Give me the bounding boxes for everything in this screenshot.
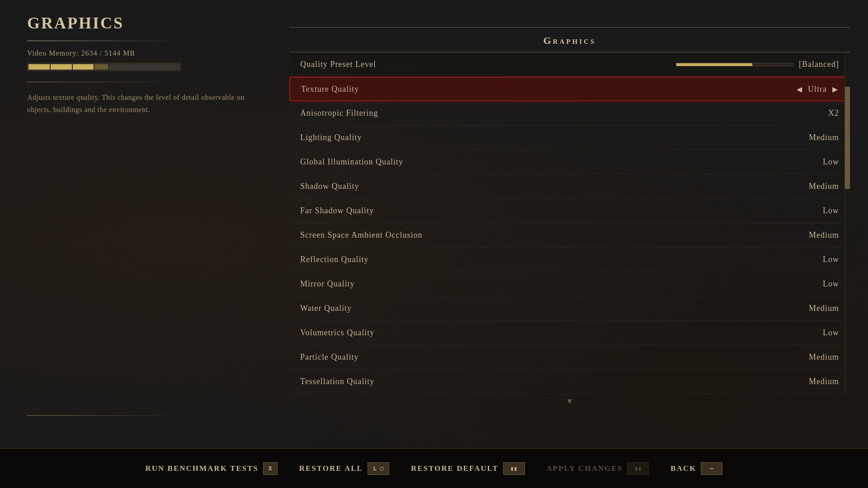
nav-apply-changes: Apply Changes ▮▮ bbox=[547, 462, 649, 475]
setting-value-reflection: Low bbox=[823, 255, 839, 264]
setting-name-particle: Particle Quality bbox=[300, 352, 359, 362]
setting-value-anisotropic: X2 bbox=[828, 108, 839, 118]
title-divider bbox=[27, 41, 181, 41]
setting-row-texture[interactable]: Texture Quality ◀ Ultra ▶ bbox=[289, 77, 850, 101]
setting-name-volumetrics: Volumetrics Quality bbox=[300, 328, 374, 338]
setting-row-reflection[interactable]: Reflection Quality Low bbox=[289, 248, 850, 272]
setting-name-water: Water Quality bbox=[300, 304, 352, 313]
setting-row-anisotropic[interactable]: Anisotropic Filtering X2 bbox=[289, 101, 850, 126]
restore-all-label: Restore All bbox=[299, 464, 363, 473]
setting-name-texture: Texture Quality bbox=[301, 84, 359, 94]
setting-value-water: Medium bbox=[809, 304, 839, 313]
left-panel: Graphics Video Memory: 2634 / 5144 MB Ad… bbox=[27, 14, 262, 116]
setting-row-far-shadow[interactable]: Far Shadow Quality Low bbox=[289, 199, 850, 223]
setting-row-global-illumination[interactable]: Global Illumination Quality Low bbox=[289, 150, 850, 174]
video-memory-label: Video Memory: 2634 / 5144 MB bbox=[27, 49, 262, 57]
setting-value-preset: [Balanced] bbox=[676, 60, 839, 69]
memory-bar-empty bbox=[109, 64, 179, 70]
setting-row-tessellation[interactable]: Tessellation Quality Medium bbox=[289, 370, 850, 394]
setting-value-volumetrics: Low bbox=[823, 328, 839, 338]
restore-default-label: Restore Default bbox=[411, 464, 499, 473]
setting-value-ssao: Medium bbox=[809, 230, 839, 240]
setting-row-ssao[interactable]: Screen Space Ambient Occlusion Medium bbox=[289, 223, 850, 248]
memory-bar-segment-1 bbox=[28, 64, 50, 70]
memory-bar-segment-4 bbox=[94, 64, 108, 70]
memory-bar-segment-3 bbox=[73, 64, 94, 70]
setting-name-lighting: Lighting Quality bbox=[300, 133, 362, 142]
texture-value-text: Ultra bbox=[808, 84, 827, 94]
setting-value-far-shadow: Low bbox=[823, 206, 839, 216]
nav-benchmark[interactable]: Run Benchmark Tests X bbox=[146, 462, 278, 475]
scrollbar-thumb[interactable] bbox=[845, 87, 850, 189]
preset-value-text: [Balanced] bbox=[799, 60, 839, 69]
setting-row-mirror[interactable]: Mirror Quality Low bbox=[289, 272, 850, 296]
panel-title: Graphics bbox=[289, 28, 850, 52]
bottom-left-divider bbox=[27, 415, 181, 416]
setting-row-lighting[interactable]: Lighting Quality Medium bbox=[289, 126, 850, 150]
setting-name-anisotropic: Anisotropic Filtering bbox=[300, 108, 378, 118]
left-section-divider bbox=[27, 82, 181, 82]
setting-row-preset[interactable]: Quality Preset Level [Balanced] bbox=[289, 52, 850, 77]
setting-name-reflection: Reflection Quality bbox=[300, 255, 368, 264]
preset-bar-filled bbox=[676, 63, 752, 66]
setting-name-shadow: Shadow Quality bbox=[300, 182, 359, 191]
scrollbar-track[interactable] bbox=[844, 52, 850, 394]
setting-value-shadow: Medium bbox=[809, 182, 839, 191]
setting-name-global-illumination: Global Illumination Quality bbox=[300, 157, 403, 167]
setting-row-particle[interactable]: Particle Quality Medium bbox=[289, 345, 850, 370]
restore-default-key: ▮▮ bbox=[503, 462, 525, 475]
benchmark-label: Run Benchmark Tests bbox=[146, 464, 259, 473]
setting-value-mirror: Low bbox=[823, 279, 839, 289]
back-label: Back bbox=[670, 464, 696, 473]
apply-changes-key: ▮▮ bbox=[627, 462, 649, 475]
nav-back[interactable]: Back — bbox=[670, 462, 722, 475]
benchmark-key: X bbox=[263, 462, 278, 475]
setting-name-mirror: Mirror Quality bbox=[300, 279, 354, 289]
nav-restore-default[interactable]: Restore Default ▮▮ bbox=[411, 462, 525, 475]
setting-value-global-illumination: Low bbox=[823, 157, 839, 167]
setting-row-water[interactable]: Water Quality Medium bbox=[289, 296, 850, 321]
memory-bar-segment-2 bbox=[51, 64, 72, 70]
preset-bar bbox=[676, 63, 793, 66]
apply-changes-label: Apply Changes bbox=[547, 464, 623, 473]
bottom-nav: Run Benchmark Tests X Restore All L ◯ Re… bbox=[0, 448, 868, 488]
nav-restore-all[interactable]: Restore All L ◯ bbox=[299, 462, 389, 475]
setting-value-particle: Medium bbox=[809, 352, 839, 362]
restore-all-key: L ◯ bbox=[368, 462, 389, 475]
settings-list: Quality Preset Level [Balanced] Texture … bbox=[289, 52, 850, 394]
setting-name-ssao: Screen Space Ambient Occlusion bbox=[300, 230, 422, 240]
setting-value-tessellation: Medium bbox=[809, 377, 839, 386]
setting-row-shadow[interactable]: Shadow Quality Medium bbox=[289, 174, 850, 199]
setting-name-preset: Quality Preset Level bbox=[300, 60, 376, 69]
right-panel: Graphics Quality Preset Level [Balanced] bbox=[289, 27, 850, 443]
setting-value-lighting: Medium bbox=[809, 133, 839, 142]
arrow-right-icon[interactable]: ▶ bbox=[832, 85, 838, 94]
setting-value-texture: ◀ Ultra ▶ bbox=[797, 84, 838, 94]
setting-name-far-shadow: Far Shadow Quality bbox=[300, 206, 374, 216]
page-title: Graphics bbox=[27, 14, 262, 33]
memory-bar bbox=[27, 63, 181, 71]
arrow-left-icon[interactable]: ◀ bbox=[797, 85, 802, 94]
back-key: — bbox=[701, 462, 722, 475]
setting-name-tessellation: Tessellation Quality bbox=[300, 377, 374, 386]
scroll-indicator: ▼ bbox=[289, 394, 850, 409]
description-text: Adjusts texture quality. This changes th… bbox=[27, 91, 262, 116]
page-container: Graphics Video Memory: 2634 / 5144 MB Ad… bbox=[0, 0, 868, 488]
settings-wrapper: Quality Preset Level [Balanced] Texture … bbox=[289, 52, 850, 394]
setting-row-volumetrics[interactable]: Volumetrics Quality Low bbox=[289, 321, 850, 345]
